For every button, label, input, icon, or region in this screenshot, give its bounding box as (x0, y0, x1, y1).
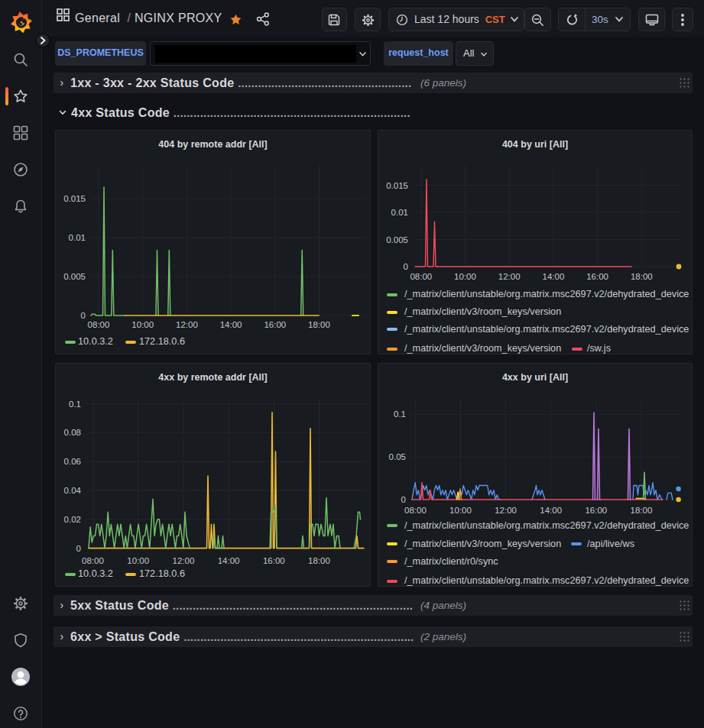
svg-text:16:00: 16:00 (264, 320, 286, 329)
svg-text:14:00: 14:00 (220, 320, 242, 329)
svg-text:18:00: 18:00 (631, 272, 653, 281)
svg-text:16:00: 16:00 (585, 506, 607, 515)
svg-text:0.02: 0.02 (64, 515, 81, 524)
svg-text:10:00: 10:00 (454, 272, 476, 281)
svg-text:12:00: 12:00 (173, 556, 195, 565)
svg-text:0.01: 0.01 (69, 233, 86, 242)
svg-text:10:00: 10:00 (127, 556, 149, 565)
svg-text:16:00: 16:00 (586, 272, 608, 281)
svg-text:0.015: 0.015 (386, 181, 408, 190)
svg-text:18:00: 18:00 (308, 556, 330, 565)
svg-text:0.005: 0.005 (386, 235, 408, 244)
svg-text:0.01: 0.01 (391, 208, 408, 217)
svg-text:14:00: 14:00 (543, 272, 565, 281)
svg-text:18:00: 18:00 (308, 320, 330, 329)
svg-text:16:00: 16:00 (263, 556, 285, 565)
svg-text:0: 0 (401, 495, 406, 504)
svg-text:0: 0 (404, 262, 408, 271)
svg-text:12:00: 12:00 (495, 506, 517, 515)
svg-text:08:00: 08:00 (404, 506, 427, 515)
svg-text:12:00: 12:00 (176, 320, 198, 329)
svg-text:0.08: 0.08 (64, 428, 81, 437)
svg-text:12:00: 12:00 (498, 272, 521, 281)
svg-text:0.05: 0.05 (389, 452, 406, 461)
svg-text:18:00: 18:00 (631, 506, 653, 515)
svg-text:14:00: 14:00 (218, 556, 240, 565)
svg-text:0.06: 0.06 (64, 457, 81, 466)
svg-text:0.1: 0.1 (394, 409, 406, 419)
svg-text:10:00: 10:00 (131, 320, 154, 329)
svg-text:0.1: 0.1 (69, 400, 81, 409)
svg-text:0.015: 0.015 (63, 194, 86, 203)
svg-text:08:00: 08:00 (410, 272, 432, 281)
svg-text:08:00: 08:00 (88, 320, 110, 329)
svg-text:0: 0 (76, 544, 81, 553)
svg-text:08:00: 08:00 (82, 556, 104, 565)
svg-text:0.005: 0.005 (63, 272, 86, 281)
svg-text:0: 0 (81, 311, 86, 320)
svg-text:10:00: 10:00 (449, 506, 472, 515)
svg-text:14:00: 14:00 (540, 506, 562, 515)
svg-text:0.04: 0.04 (64, 486, 82, 495)
